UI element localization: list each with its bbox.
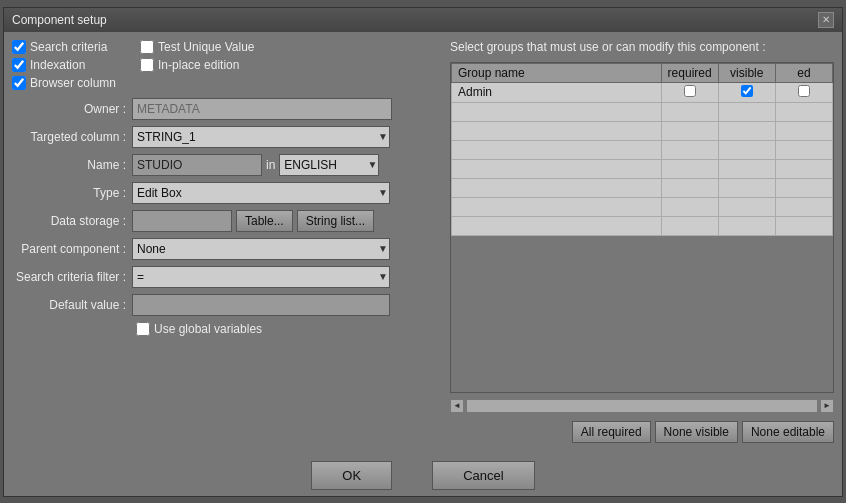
default-value-label: Default value :: [12, 298, 132, 312]
type-row: Type : Edit Box ▼: [12, 182, 442, 204]
title-bar: Component setup ✕: [4, 8, 842, 32]
horizontal-scrollbar[interactable]: [466, 399, 818, 413]
empty-row: [452, 102, 833, 121]
use-global-variables-label[interactable]: Use global variables: [136, 322, 262, 336]
table-row: Admin: [452, 82, 833, 102]
default-value-row: Default value :: [12, 294, 442, 316]
groups-table: Group name required visible ed Admin: [451, 63, 833, 236]
right-panel: Select groups that must use or can modif…: [450, 40, 834, 443]
col-editable: ed: [775, 63, 832, 82]
test-unique-value-checkbox-label[interactable]: Test Unique Value: [140, 40, 255, 54]
owner-label: Owner :: [12, 102, 132, 116]
browser-column-checkbox[interactable]: [12, 76, 26, 90]
parent-component-row: Parent component : None ▼: [12, 238, 442, 260]
groups-action-row: All required None visible None editable: [450, 421, 834, 443]
type-select[interactable]: Edit Box: [132, 182, 390, 204]
none-editable-button[interactable]: None editable: [742, 421, 834, 443]
name-fields: in ENGLISH ▼: [132, 154, 379, 176]
type-label: Type :: [12, 186, 132, 200]
table-button[interactable]: Table...: [236, 210, 293, 232]
editable-cell: [775, 82, 832, 102]
required-cell: [661, 82, 718, 102]
data-storage-label: Data storage :: [12, 214, 132, 228]
horizontal-scroll-row: ◄ ►: [450, 399, 834, 413]
dialog-body: Search criteria Indexation Browser colum…: [4, 32, 842, 451]
parent-component-label: Parent component :: [12, 242, 132, 256]
use-global-variables-row: Use global variables: [136, 322, 442, 336]
data-storage-controls: Table... String list...: [132, 210, 374, 232]
data-storage-row: Data storage : Table... String list...: [12, 210, 442, 232]
search-criteria-filter-select[interactable]: =: [132, 266, 390, 288]
in-place-edition-checkbox-label[interactable]: In-place edition: [140, 58, 255, 72]
owner-row: Owner :: [12, 98, 442, 120]
targeted-column-label: Targeted column :: [12, 130, 132, 144]
search-criteria-checkbox[interactable]: [12, 40, 26, 54]
visible-checkbox[interactable]: [741, 85, 753, 97]
data-storage-input[interactable]: [132, 210, 232, 232]
name-row: Name : in ENGLISH ▼: [12, 154, 442, 176]
group-name-cell: Admin: [452, 82, 662, 102]
targeted-column-select-wrapper: STRING_1 ▼: [132, 126, 390, 148]
search-criteria-filter-select-wrapper: = ▼: [132, 266, 390, 288]
required-checkbox[interactable]: [684, 85, 696, 97]
cancel-button[interactable]: Cancel: [432, 461, 534, 490]
none-visible-button[interactable]: None visible: [655, 421, 738, 443]
type-select-wrapper: Edit Box ▼: [132, 182, 390, 204]
default-value-input[interactable]: [132, 294, 390, 316]
component-setup-dialog: Component setup ✕ Search criteria Indexa…: [3, 7, 843, 497]
search-criteria-checkbox-label[interactable]: Search criteria: [12, 40, 116, 54]
empty-row: [452, 159, 833, 178]
targeted-column-select[interactable]: STRING_1: [132, 126, 390, 148]
dialog-title: Component setup: [12, 13, 107, 27]
indexation-checkbox-label[interactable]: Indexation: [12, 58, 116, 72]
name-input[interactable]: [132, 154, 262, 176]
test-unique-value-checkbox[interactable]: [140, 40, 154, 54]
empty-row: [452, 140, 833, 159]
ok-button[interactable]: OK: [311, 461, 392, 490]
all-required-button[interactable]: All required: [572, 421, 651, 443]
left-panel: Search criteria Indexation Browser colum…: [12, 40, 442, 443]
scroll-left-arrow[interactable]: ◄: [450, 399, 464, 413]
empty-row: [452, 197, 833, 216]
dialog-buttons-row: OK Cancel: [4, 451, 842, 496]
editable-checkbox[interactable]: [798, 85, 810, 97]
empty-row: [452, 121, 833, 140]
groups-table-container: Group name required visible ed Admin: [450, 62, 834, 393]
use-global-variables-checkbox[interactable]: [136, 322, 150, 336]
search-criteria-filter-row: Search criteria filter : = ▼: [12, 266, 442, 288]
language-select-wrapper: ENGLISH ▼: [279, 154, 379, 176]
col-group-name: Group name: [452, 63, 662, 82]
close-button[interactable]: ✕: [818, 12, 834, 28]
col-required: required: [661, 63, 718, 82]
in-label: in: [266, 158, 275, 172]
visible-cell: [718, 82, 775, 102]
checkboxes-row-1: Search criteria Indexation Browser colum…: [12, 40, 442, 90]
in-place-edition-checkbox[interactable]: [140, 58, 154, 72]
string-list-button[interactable]: String list...: [297, 210, 374, 232]
name-label: Name :: [12, 158, 132, 172]
empty-row: [452, 178, 833, 197]
scroll-right-arrow[interactable]: ►: [820, 399, 834, 413]
indexation-checkbox[interactable]: [12, 58, 26, 72]
browser-column-checkbox-label[interactable]: Browser column: [12, 76, 116, 90]
language-select[interactable]: ENGLISH: [279, 154, 379, 176]
empty-row: [452, 216, 833, 235]
search-criteria-filter-label: Search criteria filter :: [12, 270, 132, 284]
groups-label: Select groups that must use or can modif…: [450, 40, 834, 54]
col-visible: visible: [718, 63, 775, 82]
parent-component-select[interactable]: None: [132, 238, 390, 260]
parent-component-select-wrapper: None ▼: [132, 238, 390, 260]
owner-input: [132, 98, 392, 120]
targeted-column-row: Targeted column : STRING_1 ▼: [12, 126, 442, 148]
